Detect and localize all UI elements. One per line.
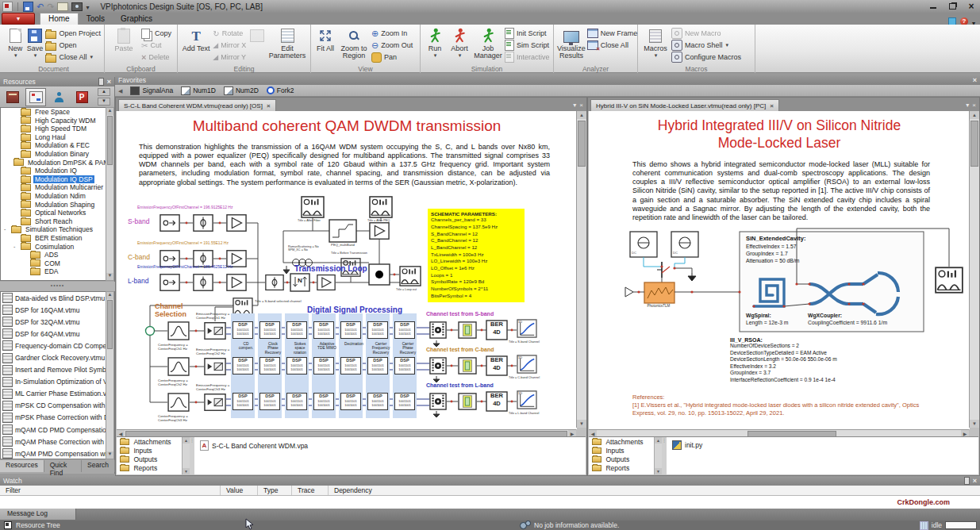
watch-close-icon[interactable]: × — [973, 478, 977, 484]
pin-icon[interactable] — [98, 78, 104, 86]
collapse-up-button[interactable]: ▲ — [98, 88, 110, 96]
folder-row[interactable]: Reports — [117, 463, 190, 472]
favorites-scroll-left-icon[interactable] — [118, 86, 122, 94]
sidebar-tool-photonics-button[interactable]: P — [71, 88, 92, 106]
send-icon[interactable] — [57, 2, 68, 11]
attachment-item[interactable]: AS-C-L Band Coherent WDM.vpa — [194, 437, 586, 451]
mirror-x-button[interactable]: Mirror X — [213, 40, 246, 51]
bias-network[interactable] — [657, 262, 696, 282]
sidebar-tab-search[interactable]: Search — [82, 460, 115, 472]
edit-parameters-button[interactable]: Edit Parameters — [267, 26, 307, 65]
dsp-block[interactable]: DSP10011011001001 — [233, 393, 253, 410]
sidebar-tool-demos-button[interactable] — [2, 88, 23, 106]
band-chain-l[interactable] — [160, 275, 258, 290]
dsp-block[interactable]: DSP10011011001001 — [259, 357, 280, 374]
left-doc-tab[interactable]: S-C-L Band Coherent WDM.vtmu(read only) … — [118, 99, 276, 111]
dsp-block[interactable]: DSP10011011001001 — [367, 357, 388, 374]
interactive-button[interactable]: Interactive — [505, 52, 550, 63]
open-project-button[interactable]: Open Project — [45, 28, 101, 39]
left-doc-canvas[interactable]: Multiband coherent QAM DWDM transmission… — [117, 111, 577, 429]
folder-row[interactable]: Inputs — [117, 446, 190, 455]
message-log-tab[interactable]: Message Log — [0, 509, 76, 520]
look-inside-button[interactable] — [248, 26, 266, 65]
new-button[interactable]: New — [6, 26, 25, 65]
tab-graphics[interactable]: Graphics — [113, 13, 160, 25]
tree-item[interactable]: Free Space — [1, 108, 106, 117]
application-menu-button[interactable] — [2, 13, 35, 25]
dsp-block[interactable]: DSP10011011001001 — [313, 321, 334, 339]
zoom-to-region-button[interactable]: Zoom to Region — [338, 26, 370, 65]
tree-item[interactable]: Modulation IQ DSP — [1, 175, 106, 184]
photonics-tlm-block[interactable] — [644, 282, 674, 303]
resource-tree-checkbox[interactable] — [4, 521, 12, 529]
left-doc-menu-icon[interactable]: ▾ — [573, 102, 576, 109]
macro-shell-button[interactable]: Macro Shell — [671, 40, 741, 51]
snapshot-icon[interactable] — [71, 2, 83, 11]
watch-empty-row[interactable]: CrkDongle.com — [0, 496, 980, 509]
dongle-link[interactable]: CrkDongle.com — [897, 498, 950, 506]
favorites-close-icon[interactable]: × — [973, 77, 977, 83]
folder-tree-scrollbar[interactable]: ▲▼ — [182, 437, 190, 474]
tree-item[interactable]: Long Haul — [1, 133, 106, 142]
list-item[interactable]: mPSK Phase Correction with DS — [1, 412, 106, 424]
job-manager-button[interactable]: Job Manager — [473, 26, 503, 65]
tree-scrollbar[interactable]: ▲▼ — [106, 107, 114, 281]
dsp-block[interactable]: DSP10011011001001 — [313, 357, 334, 374]
tree-item[interactable]: Modulation & FEC — [1, 141, 106, 150]
close-button[interactable] — [966, 2, 977, 10]
tree-item[interactable]: Modulation Ndim — [1, 192, 106, 201]
undo-icon[interactable] — [37, 2, 44, 11]
dsp-block[interactable]: DSP10011011001001 — [367, 393, 388, 410]
dsp-block[interactable]: DSP10011011001001 — [286, 393, 307, 410]
spectrum-analyzer[interactable] — [936, 267, 963, 293]
tree-item[interactable]: - Simulation Techniques — [1, 225, 106, 234]
folder-row[interactable]: Inputs — [589, 446, 662, 455]
copy-button[interactable]: Copy — [141, 28, 171, 39]
dsp-block[interactable]: DSP10011011001001 — [233, 321, 253, 339]
folder-row[interactable]: Reports — [589, 463, 662, 472]
add-text-button[interactable]: Add Text — [181, 26, 211, 65]
dsp-block[interactable]: DSP10011011001001 — [259, 393, 280, 410]
sidebar-splitter[interactable]: ••••• — [0, 282, 115, 291]
app-logo-icon[interactable] — [2, 2, 13, 12]
list-item[interactable]: Insert and Remove Pilot Symbol — [1, 364, 106, 376]
folder-row[interactable]: Attachments — [589, 437, 662, 446]
qat-dropdown-icon[interactable] — [86, 2, 89, 11]
file-list-scrollbar[interactable]: ▲▼ — [106, 291, 114, 459]
dsp-block[interactable]: DSP10011011001001 — [286, 321, 307, 339]
folder-row[interactable]: Outputs — [117, 455, 190, 463]
init-script-button[interactable]: Init Script — [505, 28, 550, 39]
zoom-in-button[interactable]: Zoom In — [371, 28, 413, 39]
minimize-button[interactable] — [928, 2, 939, 10]
right-doc-vscrollbar[interactable]: ▲▼ — [969, 111, 979, 428]
open-button[interactable]: Open — [45, 40, 101, 51]
list-item[interactable]: DSP for 16QAM.vtmu — [1, 304, 106, 316]
column-value[interactable]: Value — [221, 486, 258, 495]
tree-item[interactable]: EDA — [1, 267, 106, 276]
list-item[interactable]: In-Simulation Optimization of V — [1, 376, 106, 388]
list-item[interactable]: Data-aided vs Blind DSP.vtmu — [1, 292, 106, 304]
dsp-block[interactable]: DSP10011011001001 — [367, 321, 388, 339]
right-doc-tab-close-icon[interactable]: × — [770, 102, 774, 109]
tab-home[interactable]: Home — [40, 13, 79, 25]
favorite-num2d-button[interactable]: Num2D — [224, 86, 259, 95]
left-doc-close-icon[interactable]: × — [579, 102, 583, 109]
left-doc-vscrollbar[interactable]: ▲▼ — [576, 111, 586, 428]
tree-expander-icon[interactable]: - — [13, 243, 21, 252]
mirror-y-button[interactable]: Mirror Y — [213, 52, 246, 63]
zoom-out-button[interactable]: Zoom Out — [371, 40, 413, 51]
column-trace[interactable]: Trace — [292, 486, 329, 495]
rotate-button[interactable]: Rotate — [213, 28, 246, 39]
favorite-signalana-button[interactable]: SignalAna — [130, 86, 173, 95]
dsp-block[interactable]: DSP10011011001001 — [340, 321, 361, 339]
right-doc-canvas[interactable]: Hybrid Integrated III/V on Silicon Nitri… — [589, 111, 970, 429]
new-frame-button[interactable]: New Frame — [587, 28, 638, 39]
list-item[interactable]: Gardner Clock Recovery.vtmu — [1, 351, 106, 363]
dsp-block[interactable]: DSP10011011001001 — [259, 321, 280, 339]
sidebar-tab-resources[interactable]: Resources — [0, 460, 44, 472]
tree-item[interactable]: Modulation Multicarrier — [1, 183, 106, 192]
tree-item[interactable]: Modulation IQ — [1, 167, 106, 175]
save-icon[interactable] — [23, 2, 33, 12]
right-doc-tab[interactable]: Hybrid III-V on SiN Mode-Locked Laser.vt… — [590, 99, 779, 111]
fit-all-button[interactable]: Fit All — [314, 26, 336, 65]
